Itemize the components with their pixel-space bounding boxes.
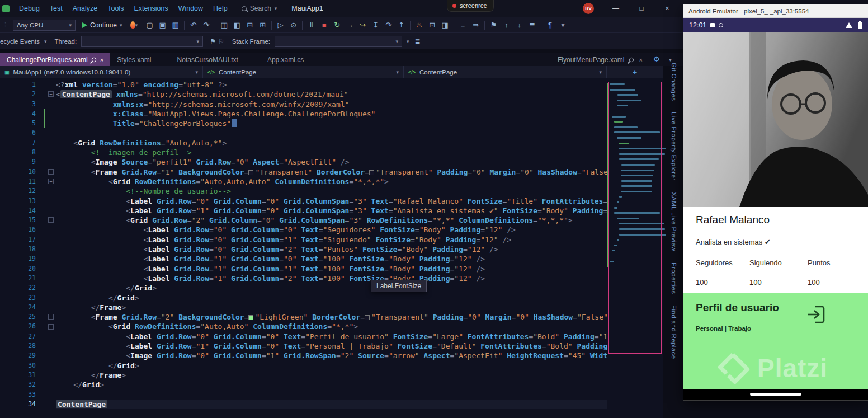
tab-app-xaml-cs[interactable]: App.xaml.cs [261, 53, 310, 66]
previous-bookmark-icon[interactable]: ↑ [500, 21, 513, 29]
show-next-statement-icon[interactable]: ↪ [356, 21, 369, 29]
redo-icon[interactable]: ↷ [200, 21, 213, 29]
code-line[interactable]: <Grid Grid.Row="2" Grid.Column="0" Grid.… [56, 215, 607, 225]
fold-marker[interactable]: − [48, 314, 54, 320]
code-line[interactable]: </Frame> [56, 370, 607, 380]
code-line[interactable]: <Image Grid.Row="0" Grid.Column="1" Grid… [56, 351, 607, 360]
code-line[interactable]: <Label Grid.Row="0" Grid.Column="0" Grid… [56, 196, 607, 206]
code-line[interactable]: <Frame Grid.Row="2" BackgroundColor="Lig… [56, 312, 607, 322]
emulator-title-bar[interactable]: Android Emulator - pixel_5_-_api_33:5554 [683, 4, 868, 18]
fold-marker[interactable]: − [48, 179, 54, 184]
document-options-gear-icon[interactable]: ⚙ [653, 55, 660, 63]
code-line[interactable]: <!--imagen de perfil--> [56, 148, 607, 157]
code-line[interactable]: Title="ChallengePorBloques" [56, 119, 607, 128]
pin-icon[interactable] [91, 57, 97, 63]
hot-reload-flame-icon[interactable] [130, 21, 135, 29]
step-out-icon[interactable]: ↥ [395, 21, 408, 29]
restart-icon[interactable]: ↻ [331, 21, 343, 29]
code-editor[interactable]: 1234567891011121314151617181920212223242… [0, 78, 607, 418]
menu-item-test[interactable]: Test [45, 4, 68, 12]
code-line[interactable]: <Label Grid.Row="1" Grid.Column="0" Grid… [56, 206, 607, 215]
code-line[interactable]: xmlns:x="http://schemas.microsoft.com/wi… [56, 100, 607, 109]
menu-item-window[interactable]: Window [173, 4, 208, 12]
code-line[interactable]: <Label Grid.Row="1" Grid.Column="2" Text… [56, 274, 607, 283]
code-line[interactable]: <Grid RowDefinitions="Auto,Auto,*"> [56, 138, 607, 148]
dock-window-icon[interactable]: ◧ [230, 21, 243, 29]
code-line[interactable]: <Grid RowDefinitions="Auto,Auto" ColumnD… [56, 322, 607, 331]
next-bookmark-icon[interactable]: ↓ [513, 21, 526, 29]
tab-flyoutmenupage-xaml[interactable]: FlyoutMenuPage.xaml × [551, 53, 649, 66]
window-layout-icon[interactable]: ◫ [218, 21, 230, 29]
fold-marker[interactable]: − [48, 169, 54, 175]
code-line[interactable]: x:Class="MauiApp1.Views.Pages.Challenge.… [56, 109, 607, 119]
code-line[interactable]: <Label Grid.Row="1" Grid.Column="0" Text… [56, 341, 607, 351]
run-tests-icon[interactable]: ▷ [274, 21, 287, 29]
code-line[interactable]: ContentPage [56, 400, 607, 409]
live-visual-tree-icon[interactable]: ⊡ [426, 21, 438, 29]
chevron-down-icon[interactable]: ▾ [407, 39, 409, 44]
code-line[interactable]: </Grid> [56, 361, 607, 370]
code-line[interactable]: </Frame> [56, 303, 607, 312]
code-line[interactable]: <!--Nombre de usuario--> [56, 186, 607, 196]
code-line[interactable]: <Label Grid.Row="0" Grid.Column="0" Text… [56, 225, 607, 234]
threads-list-icon[interactable]: ≣ [415, 37, 421, 45]
undo-icon[interactable]: ↶ [187, 21, 200, 29]
code-line[interactable]: </Grid> [56, 283, 607, 293]
watch-icon[interactable]: ⊙ [287, 21, 300, 29]
code-line[interactable] [56, 390, 607, 400]
step-into-icon[interactable]: ↧ [369, 21, 382, 29]
doc-well-chevron-icon[interactable]: ▾ [669, 57, 672, 63]
flag-outline-icon[interactable]: ⚐ [218, 37, 224, 45]
lifecycle-events-label[interactable]: ecycle Events [0, 38, 40, 45]
menu-item-tools[interactable]: Tools [102, 4, 129, 12]
breadcrumb-segment[interactable]: ▣MauiApp1 (net7.0-windows10.0.19041.0)▾ [0, 66, 203, 78]
code-line[interactable]: <Label Grid.Row="0" Grid.Column="2" Text… [56, 245, 607, 254]
menu-item-extensions[interactable]: Extensions [129, 4, 173, 12]
close-icon[interactable]: × [639, 57, 642, 63]
tab-styles-xaml[interactable]: Styles.xaml [110, 53, 158, 66]
close-icon[interactable]: × [100, 57, 103, 63]
bookmark-list-icon[interactable]: ≣ [526, 21, 539, 29]
fold-marker[interactable]: − [48, 91, 54, 97]
continue-arrow-icon[interactable]: → [343, 21, 356, 29]
step-over-icon[interactable]: ↷ [382, 21, 395, 29]
stop-icon[interactable]: ■ [318, 21, 331, 29]
code-line[interactable]: <Image Source="perfil1" Grid.Row="0" Asp… [56, 157, 607, 167]
code-line[interactable]: <Label Grid.Row="0" Grid.Column="0" Text… [56, 332, 607, 341]
flag-icon[interactable]: ⚑ [210, 37, 216, 45]
fold-marker[interactable]: − [48, 217, 54, 223]
more-options-icon[interactable]: ▾ [556, 21, 569, 29]
side-tab-properties[interactable]: Properties [671, 262, 677, 294]
code-line[interactable]: <Label Grid.Row="1" Grid.Column="1" Text… [56, 264, 607, 274]
pin-icon[interactable] [629, 57, 635, 63]
code-line[interactable]: </Grid> [56, 293, 607, 303]
minimap[interactable] [610, 83, 661, 266]
maximize-button[interactable]: □ [629, 0, 654, 16]
fold-marker[interactable]: − [48, 324, 54, 330]
tab-challengeporbloques-xaml[interactable]: ChallengePorBloques.xaml× [0, 53, 110, 66]
home-indicator[interactable] [750, 393, 801, 396]
minimize-button[interactable]: — [603, 0, 629, 16]
save-all-icon[interactable]: ▦ [169, 21, 182, 29]
side-tab-find-and-replace[interactable]: Find and Replace [671, 305, 677, 359]
code-line[interactable]: <?xml version="1.0" encoding="utf-8" ?> [56, 80, 607, 90]
code-line[interactable] [56, 128, 607, 138]
menu-item-debug[interactable]: Debug [14, 4, 45, 12]
side-tab-live-property-explorer[interactable]: Live Property Explorer [671, 112, 677, 181]
navigate-forward-icon[interactable]: ⇒ [469, 21, 482, 29]
menu-item-analyze[interactable]: Analyze [68, 4, 102, 12]
code-line[interactable]: <Label Grid.Row="0" Grid.Column="1" Text… [56, 235, 607, 245]
comment-icon[interactable]: ¶ [544, 21, 556, 29]
split-icon[interactable]: + [633, 68, 637, 77]
hot-reload-icon[interactable]: ♨ [413, 21, 426, 29]
bookmark-icon[interactable]: ⚑ [487, 21, 500, 29]
menu-item-help[interactable]: Help [208, 4, 233, 12]
open-file-icon[interactable]: ▢ [143, 21, 156, 29]
side-tab-git-changes[interactable]: Git Changes [671, 63, 677, 101]
breadcrumb-segment[interactable]: </>ContentPage▾ [404, 66, 607, 78]
solution-platform-dropdown[interactable]: Any CPU ▾ [13, 20, 76, 31]
avatar[interactable]: RV [583, 3, 594, 14]
tab-notascursomaui-txt[interactable]: NotasCursoMAUI.txt [171, 53, 245, 66]
line-numbers-icon[interactable]: ≡ [456, 21, 469, 29]
split-window-icon[interactable]: ⊟ [243, 21, 256, 29]
